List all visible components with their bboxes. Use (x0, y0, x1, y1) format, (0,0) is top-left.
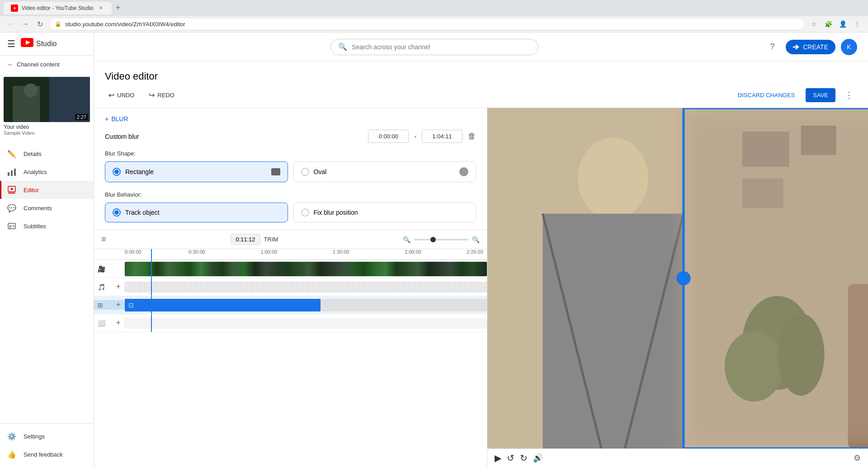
end-time-field[interactable] (422, 130, 462, 143)
back-arrow-icon: ← (7, 61, 13, 68)
sidebar-nav: ✏️ Details Analytics Editor 💬 Comments (0, 141, 94, 239)
editor-label: Editor (24, 187, 39, 193)
sidebar-item-details[interactable]: ✏️ Details (0, 145, 94, 163)
bookmark-icon[interactable]: ☆ (808, 19, 819, 29)
undo-btn[interactable]: ↩ UNDO (105, 89, 138, 101)
volume-btn[interactable]: 🔊 (533, 453, 543, 463)
subtitle-track-add[interactable]: + (116, 318, 121, 328)
ruler-mark-end: 2:26:03 (467, 249, 483, 255)
oval-radio[interactable] (301, 168, 309, 176)
help-btn[interactable]: ? (764, 39, 780, 55)
create-icon (793, 43, 800, 51)
preview-right-controls: ⚙ (854, 453, 861, 463)
track-radio[interactable] (113, 208, 121, 217)
more-options-btn[interactable]: ⋮ (841, 88, 857, 102)
fix-radio[interactable] (301, 208, 309, 217)
save-btn[interactable]: SAVE (806, 88, 835, 102)
menu-icon[interactable]: ⋮ (852, 19, 863, 29)
add-blur-btn[interactable]: + BLUR (105, 115, 476, 123)
track-object-option[interactable]: Track object (105, 203, 288, 222)
timeline-tracks: 🎥 + (94, 260, 487, 467)
time-display: 0:11:12 (231, 234, 260, 245)
reload-btn[interactable]: ↻ (34, 19, 45, 29)
zoom-thumb[interactable] (430, 237, 436, 242)
editor-right-panel: ▶ ↺ ↻ 🔊 ⚙ (487, 108, 868, 467)
fix-position-option[interactable]: Fix blur position (293, 203, 476, 222)
trim-btn[interactable]: TRIM (264, 236, 278, 243)
forward-btn[interactable]: ↻ (520, 453, 528, 463)
start-time-field[interactable] (368, 130, 409, 143)
oval-option[interactable]: Oval (293, 161, 476, 182)
youtube-logo (21, 38, 33, 50)
address-bar[interactable]: 🔒 studio.youtube.com/video/ZrhYAtX0IW4/e… (49, 18, 805, 30)
logo[interactable]: Studio (21, 38, 57, 50)
audio-track-content (125, 278, 487, 296)
hamburger-btn[interactable]: ☰ (7, 38, 15, 49)
search-bar: 🔍 (330, 39, 538, 55)
oval-option-left: Oval (301, 168, 327, 176)
undo-icon: ↩ (108, 91, 114, 99)
tab-favicon (11, 5, 18, 12)
svg-marker-12 (11, 188, 14, 190)
settings-label: Settings (24, 433, 45, 440)
svg-rect-10 (14, 169, 16, 176)
timeline-controls: ≡ 0:11:12 TRIM 🔍 🔍 (94, 230, 487, 249)
feedback-icon: 👍 (7, 450, 16, 459)
timeline-right: 🔍 🔍 (403, 236, 480, 243)
sidebar-item-editor[interactable]: Editor (0, 181, 94, 199)
video-preview: ▶ ↺ ↻ 🔊 ⚙ (487, 108, 868, 467)
channel-content-link[interactable]: ← Channel content (0, 56, 94, 73)
redo-label: REDO (157, 92, 175, 99)
video-track-content (125, 260, 487, 278)
ruler-mark-30: 0:30:00 (189, 249, 205, 255)
zoom-in-icon[interactable]: 🔍 (472, 236, 480, 243)
active-tab[interactable]: Video editor - YouTube Studio ✕ (4, 2, 112, 14)
search-input[interactable] (352, 43, 531, 51)
rectangle-radio[interactable] (113, 168, 121, 176)
oval-label: Oval (314, 168, 327, 175)
redo-btn[interactable]: ↪ REDO (145, 89, 178, 101)
svg-rect-16 (13, 226, 14, 226)
blur-track-bar[interactable]: ⊡ (125, 299, 321, 311)
new-tab-btn[interactable]: + (112, 2, 124, 14)
audio-track-controls: 🎵 + (94, 282, 125, 292)
tab-close-btn[interactable]: ✕ (97, 5, 104, 12)
preview-frame (487, 108, 868, 448)
sidebar-item-subtitles[interactable]: Subtitles (0, 217, 94, 235)
menu-icon[interactable]: ≡ (101, 235, 106, 244)
sidebar-item-settings[interactable]: ⚙️ Settings (0, 427, 94, 445)
audio-track-add[interactable]: + (116, 282, 121, 292)
custom-blur-row: Custom blur - 🗑 (105, 130, 476, 143)
audio-waveform (125, 282, 487, 292)
preview-controls: ▶ ↺ ↻ 🔊 ⚙ (487, 448, 868, 467)
preview-settings-btn[interactable]: ⚙ (854, 453, 861, 462)
forward-btn[interactable]: → (20, 19, 31, 29)
svg-rect-8 (8, 172, 9, 176)
blur-track-add[interactable]: + (116, 300, 121, 310)
svg-rect-15 (9, 226, 12, 226)
delete-blur-btn[interactable]: 🗑 (468, 132, 476, 141)
zoom-out-icon[interactable]: 🔍 (403, 236, 410, 243)
video-card[interactable]: 2:27 Your video Sample Video (4, 77, 90, 137)
video-track-icon: 🎥 (98, 265, 105, 273)
rectangle-option[interactable]: Rectangle (105, 161, 288, 182)
nav-right: ☆ 🧩 👤 ⋮ (808, 19, 863, 29)
sidebar-item-feedback[interactable]: 👍 Send feedback (0, 445, 94, 463)
profile-icon[interactable]: 👤 (837, 19, 848, 29)
rewind-btn[interactable]: ↺ (507, 453, 514, 463)
sidebar-item-analytics[interactable]: Analytics (0, 163, 94, 181)
extensions-icon[interactable]: 🧩 (823, 19, 834, 29)
create-btn[interactable]: CREATE (786, 40, 835, 54)
channel-content-label: Channel content (17, 61, 60, 68)
svg-point-24 (578, 137, 648, 220)
play-btn[interactable]: ▶ (495, 453, 501, 463)
undo-label: UNDO (117, 92, 134, 99)
discard-btn[interactable]: DISCARD CHANGES (732, 88, 800, 102)
avatar[interactable]: K (841, 39, 857, 55)
custom-blur-label: Custom blur (105, 133, 363, 140)
zoom-slider[interactable] (414, 239, 468, 241)
back-btn[interactable]: ← (5, 19, 16, 29)
sidebar-item-comments[interactable]: 💬 Comments (0, 199, 94, 217)
app-topbar: 🔍 ? CREATE K (94, 33, 868, 61)
create-label: CREATE (803, 43, 828, 51)
